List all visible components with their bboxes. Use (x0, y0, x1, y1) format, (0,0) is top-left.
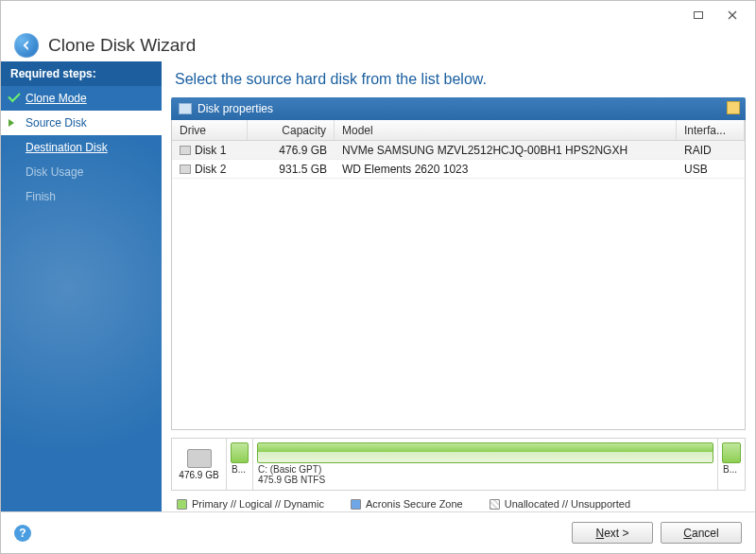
cell-model: WD Elements 2620 1023 (335, 163, 677, 176)
sidebar-item-label: Destination Disk (26, 141, 108, 154)
partition-label: B... (227, 464, 252, 477)
swatch-blue-icon (351, 499, 361, 510)
legend: Primary // Logical // Dynamic Acronis Se… (171, 491, 746, 511)
sidebar-item-label: Source Disk (26, 116, 87, 130)
col-interface[interactable]: Interfa... (677, 120, 745, 140)
folder-icon[interactable] (727, 101, 740, 114)
disk-icon (187, 449, 212, 468)
cell-drive: Disk 2 (172, 163, 248, 176)
disk-properties-icon (179, 103, 192, 114)
legend-unallocated: Unallocated // Unsupported (490, 498, 630, 510)
cell-interface: USB (677, 163, 745, 176)
sidebar-item-finish: Finish (1, 184, 162, 209)
main-panel: Select the source hard disk from the lis… (162, 61, 755, 511)
footer-buttons: Next > Cancel (572, 522, 742, 544)
sidebar-item-label: Finish (26, 190, 56, 203)
maximize-button[interactable] (681, 5, 715, 26)
wizard-header: Clone Disk Wizard (1, 29, 755, 61)
sidebar-item-source-disk[interactable]: Source Disk (1, 111, 162, 135)
table-row[interactable]: Disk 2 931.5 GB WD Elements 2620 1023 US… (172, 160, 745, 179)
partition-bar (722, 442, 741, 463)
partition-view: 476.9 GB B... C: (Basic GPT) 475.9 GB NT… (171, 438, 746, 491)
partition-disk-summary: 476.9 GB (172, 439, 227, 490)
footer: ? Next > Cancel (1, 511, 755, 553)
disk-properties-label: Disk properties (198, 102, 273, 115)
next-button[interactable]: Next > (572, 522, 653, 544)
partition-segment[interactable]: B... (227, 439, 253, 490)
help-button[interactable]: ? (14, 525, 31, 542)
cell-capacity: 931.5 GB (248, 163, 335, 176)
sidebar-item-label: Clone Mode (26, 92, 87, 105)
titlebar (1, 1, 755, 29)
disk-table: Drive Capacity Model Interfa... Disk 1 4… (171, 120, 746, 430)
disk-properties-header: Disk properties (171, 97, 746, 120)
disk-icon (180, 146, 191, 155)
sidebar: Required steps: Clone Mode Source Disk D… (1, 61, 162, 511)
sidebar-item-disk-usage: Disk Usage (1, 160, 162, 184)
wizard-body: Required steps: Clone Mode Source Disk D… (1, 61, 755, 511)
swatch-green-icon (177, 499, 187, 510)
sidebar-heading: Required steps: (1, 61, 162, 86)
wizard-window: Clone Disk Wizard Required steps: Clone … (0, 0, 756, 554)
sidebar-item-destination-disk[interactable]: Destination Disk (1, 135, 162, 160)
partition-bar (257, 442, 713, 463)
svg-rect-0 (695, 12, 703, 19)
cell-interface: RAID (677, 144, 745, 157)
cell-capacity: 476.9 GB (248, 144, 335, 157)
col-drive[interactable]: Drive (172, 120, 248, 140)
sidebar-item-clone-mode[interactable]: Clone Mode (1, 86, 162, 111)
close-button[interactable] (715, 5, 749, 26)
partition-label: B... (718, 464, 745, 477)
disk-size-label: 476.9 GB (179, 470, 218, 480)
col-capacity[interactable]: Capacity (248, 120, 335, 140)
legend-secure-zone: Acronis Secure Zone (351, 498, 463, 510)
page-title: Select the source hard disk from the lis… (175, 71, 746, 88)
swatch-hatch-icon (490, 499, 500, 510)
cancel-button[interactable]: Cancel (661, 522, 742, 544)
partition-segment[interactable]: B... (718, 439, 745, 490)
table-header-row: Drive Capacity Model Interfa... (172, 120, 745, 141)
col-model[interactable]: Model (335, 120, 677, 140)
disk-icon (180, 164, 191, 174)
partition-label: C: (Basic GPT) 475.9 GB NTFS (253, 464, 717, 488)
cell-model: NVMe SAMSUNG MZVL2512HCJQ-00BH1 HPS2NGXH (335, 144, 677, 157)
partition-segment[interactable]: C: (Basic GPT) 475.9 GB NTFS (253, 439, 718, 490)
sidebar-item-label: Disk Usage (26, 165, 83, 179)
cell-drive: Disk 1 (172, 144, 248, 157)
legend-primary: Primary // Logical // Dynamic (177, 498, 324, 510)
partition-bar (231, 442, 249, 463)
table-row[interactable]: Disk 1 476.9 GB NVMe SAMSUNG MZVL2512HCJ… (172, 141, 745, 160)
wizard-title: Clone Disk Wizard (48, 35, 196, 56)
back-button[interactable] (14, 33, 39, 58)
